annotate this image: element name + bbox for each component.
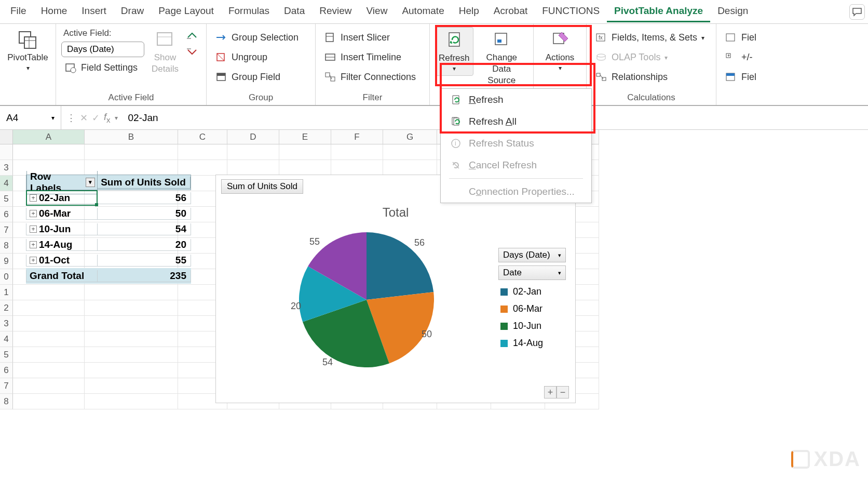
insert-timeline-button[interactable]: Insert Timeline: [321, 49, 404, 65]
tab-data[interactable]: Data: [277, 1, 312, 22]
row-header-17[interactable]: 7: [0, 378, 13, 394]
tab-page-layout[interactable]: Page Layout: [151, 1, 221, 22]
chart-field-button[interactable]: Sum of Units Sold: [221, 179, 303, 194]
row-header-15[interactable]: 5: [0, 347, 13, 363]
group-selection-button[interactable]: Group Selection: [212, 29, 302, 46]
chart-plus-button[interactable]: +: [544, 386, 557, 399]
pivot-row-label[interactable]: +02-Jan: [26, 192, 98, 204]
fb-fx-icon[interactable]: fx: [104, 112, 111, 124]
pm-icon: +: [725, 51, 737, 63]
tab-review[interactable]: Review: [312, 1, 359, 22]
days-button[interactable]: Days (Date)▾: [498, 248, 566, 262]
col-header-B[interactable]: B: [85, 130, 178, 144]
expand-icon[interactable]: +: [30, 194, 37, 202]
pivot-row-label[interactable]: +10-Jun: [26, 223, 98, 235]
actions-button[interactable]: Actions ▾: [542, 27, 578, 75]
name-box[interactable]: A4▾: [0, 106, 61, 129]
tab-design[interactable]: Design: [710, 1, 755, 22]
filter-connections-button[interactable]: Filter Connections: [321, 69, 419, 85]
row-header-3[interactable]: 3: [0, 160, 13, 176]
pivot-header-sum[interactable]: Sum of Units Sold: [98, 177, 191, 189]
col-header-F[interactable]: F: [331, 130, 383, 144]
expand-icon[interactable]: +: [30, 257, 37, 264]
refresh-menu-item[interactable]: Refresh: [441, 89, 591, 111]
active-field-input[interactable]: Days (Date): [61, 42, 144, 57]
row-header-5[interactable]: 5: [0, 191, 13, 207]
field-list-button[interactable]: Fiel: [722, 29, 760, 46]
fb-cancel-icon[interactable]: ✕: [80, 112, 88, 124]
row-header-2[interactable]: [0, 144, 13, 160]
row-header-13[interactable]: 3: [0, 316, 13, 331]
row-header-6[interactable]: 6: [0, 207, 13, 222]
date-button[interactable]: Date▾: [498, 265, 566, 280]
expand-icon[interactable]: +: [30, 225, 37, 233]
ungroup-button[interactable]: Ungroup: [212, 49, 270, 65]
row-header-11[interactable]: 1: [0, 285, 13, 300]
pivot-row-label[interactable]: +06-Mar: [26, 208, 98, 220]
pivot-row-label[interactable]: +14-Aug: [26, 239, 98, 251]
filter-dropdown-icon[interactable]: ▾: [86, 178, 95, 187]
spreadsheet-grid[interactable]: ABCDEFGKLM 3456789012345678 Row Labels▾ …: [0, 130, 868, 409]
select-all-corner[interactable]: [0, 130, 13, 144]
refresh-icon: [443, 30, 466, 50]
pivot-chart[interactable]: Sum of Units Sold Total 56 50: [215, 175, 576, 403]
field-headers-button[interactable]: Fiel: [722, 69, 760, 85]
pivot-header-row-labels[interactable]: Row Labels▾: [26, 171, 98, 194]
tab-draw[interactable]: Draw: [114, 1, 151, 22]
menu-tabs: FileHomeInsertDrawPage LayoutFormulasDat…: [0, 0, 868, 24]
fb-more-icon[interactable]: ⋮: [66, 112, 76, 124]
pivot-row-label[interactable]: +01-Oct: [26, 255, 98, 267]
pm-buttons-button[interactable]: ++/-: [722, 49, 756, 65]
col-header-E[interactable]: E: [279, 130, 331, 144]
fields-items-sets-button[interactable]: fxFields, Items, & Sets ▾: [592, 29, 708, 46]
drill-up-icon[interactable]: [186, 30, 198, 42]
xda-logo-icon: [791, 450, 810, 469]
change-data-source-button[interactable]: Change Data Source ▾: [476, 27, 528, 98]
tab-pivottable-analyze[interactable]: PivotTable Analyze: [607, 1, 710, 22]
pivot-table[interactable]: Row Labels▾ Sum of Units Sold +02-Jan56+…: [26, 175, 191, 284]
row-header-7[interactable]: 7: [0, 222, 13, 238]
insert-slicer-button[interactable]: Insert Slicer: [321, 29, 393, 46]
col-header-C[interactable]: C: [178, 130, 227, 144]
tab-home[interactable]: Home: [34, 1, 75, 22]
refresh-all-menu-item[interactable]: Refresh All: [441, 111, 591, 132]
refresh-button[interactable]: Refresh ▾: [435, 27, 473, 76]
tab-formulas[interactable]: Formulas: [221, 1, 277, 22]
col-header-G[interactable]: G: [383, 130, 437, 144]
row-header-18[interactable]: 8: [0, 394, 13, 409]
pivot-row-value: 55: [98, 255, 191, 267]
pivottable-button[interactable]: PivotTable ▾: [4, 27, 51, 75]
group-field-button[interactable]: Group Field: [212, 69, 283, 85]
row-header-9[interactable]: 9: [0, 254, 13, 269]
comments-button[interactable]: [849, 4, 865, 20]
row-header-12[interactable]: 2: [0, 300, 13, 316]
tab-file[interactable]: File: [3, 1, 34, 22]
col-header-A[interactable]: A: [13, 130, 85, 144]
tab-acrobat[interactable]: Acrobat: [486, 1, 535, 22]
watermark: XDA: [791, 447, 861, 471]
tab-view[interactable]: View: [359, 1, 395, 22]
legend-swatch: [500, 323, 508, 330]
tab-insert[interactable]: Insert: [74, 1, 114, 22]
row-header-16[interactable]: 6: [0, 363, 13, 378]
olap-icon: [595, 51, 607, 63]
relationships-button[interactable]: Relationships: [592, 69, 671, 85]
expand-icon[interactable]: +: [30, 210, 37, 217]
drill-down-icon[interactable]: [186, 48, 198, 59]
col-header-D[interactable]: D: [227, 130, 279, 144]
row-header-4[interactable]: 4: [0, 176, 13, 191]
row-header-14[interactable]: 4: [0, 331, 13, 347]
field-settings-button[interactable]: Field Settings: [61, 59, 144, 76]
info-icon: i: [450, 138, 462, 149]
list-icon: [725, 31, 737, 44]
tab-functions[interactable]: FUNCTIONS: [535, 1, 607, 22]
row-header-8[interactable]: 8: [0, 238, 13, 254]
fb-enter-icon[interactable]: ✓: [92, 112, 100, 124]
tab-help[interactable]: Help: [452, 1, 486, 22]
expand-icon[interactable]: +: [30, 241, 37, 248]
pivot-grand-total-label: Grand Total: [26, 270, 98, 282]
fb-chev-icon[interactable]: ▾: [115, 114, 118, 122]
tab-automate[interactable]: Automate: [395, 1, 451, 22]
row-header-10[interactable]: 0: [0, 269, 13, 285]
chart-minus-button[interactable]: −: [557, 386, 569, 399]
